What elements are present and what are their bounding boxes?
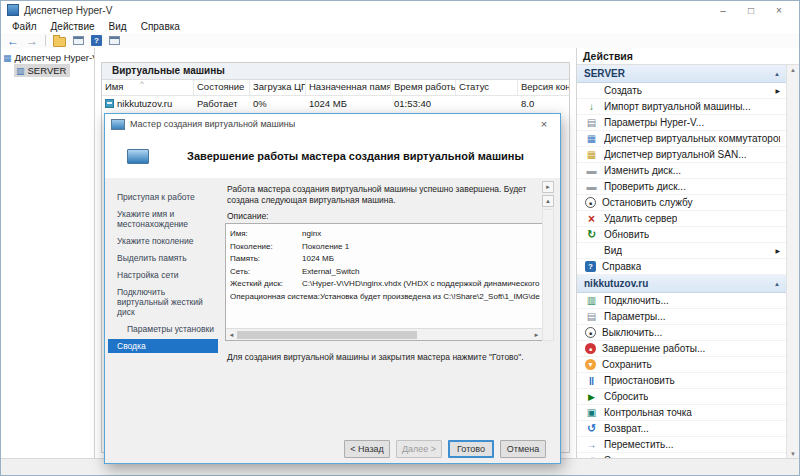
column-header[interactable]: Время работы [391, 80, 456, 95]
minimize-button[interactable]: – [709, 5, 737, 16]
cancel-button[interactable]: Отмена [500, 440, 546, 458]
actions-scrollbar[interactable] [786, 65, 799, 459]
summary-rows: Имя:nginxПоколение:Поколение 1Память:102… [226, 224, 542, 303]
action-item[interactable]: Параметры... [577, 309, 787, 325]
wizard-nav-item[interactable]: Выделить память [108, 251, 218, 265]
action-item[interactable]: Приостановить [577, 373, 787, 389]
window-title: Диспетчер Hyper-V [24, 5, 112, 16]
back-icon[interactable] [7, 34, 19, 48]
summary-label: Сеть: [230, 266, 302, 279]
menu-item[interactable]: Файл [5, 21, 44, 32]
maximize-button[interactable]: □ [737, 5, 765, 16]
edit-disk-icon [585, 164, 598, 177]
summary-value: C:\Hyper-V\VHD\nginx.vhdx (VHDX с поддер… [302, 279, 540, 288]
action-item-label: Создать [604, 85, 642, 96]
column-header[interactable]: Состояние [194, 80, 250, 95]
action-item[interactable]: Изменить диск... [577, 163, 787, 179]
scroll-up-icon[interactable] [542, 195, 554, 207]
titlebar: Диспетчер Hyper-V – □ × [1, 1, 799, 19]
forward-icon[interactable] [26, 34, 38, 48]
action-item[interactable]: Справка [577, 259, 787, 275]
action-item[interactable]: Возврат... [577, 421, 787, 437]
summary-box: Имя:nginxПоколение:Поколение 1Память:102… [225, 223, 543, 341]
toolbar [1, 33, 799, 49]
wizard-nav-item[interactable]: Укажите поколение [108, 234, 218, 248]
scroll-down-icon[interactable] [787, 451, 799, 457]
finish-button[interactable]: Готово [448, 440, 494, 458]
folder-icon[interactable] [53, 37, 66, 47]
action-item[interactable]: Подключить... [577, 293, 787, 309]
actions-section-header[interactable]: SERVER [577, 65, 787, 83]
action-item[interactable]: Переместить... [577, 437, 787, 453]
stop-service-icon [585, 197, 596, 208]
vm-cell-cpu: 0% [250, 98, 306, 109]
action-item-label: Диспетчер виртуальной SAN... [604, 149, 746, 160]
app-icon [7, 4, 19, 16]
action-item[interactable]: Проверить диск... [577, 179, 787, 195]
action-item-label: Справка [602, 261, 641, 272]
vertical-scrollbar[interactable] [542, 209, 554, 341]
scrollbar-thumb[interactable] [237, 331, 417, 339]
action-item[interactable]: Сохранить [577, 357, 787, 373]
tree-item-root[interactable]: Диспетчер Hyper-V [1, 51, 94, 64]
close-button[interactable]: × [765, 5, 793, 16]
expand-icon[interactable] [542, 181, 554, 193]
vm-cell-version: 8.0 [518, 98, 570, 109]
action-item[interactable]: Остановить службу [577, 195, 787, 211]
wizard-nav-item[interactable]: Параметры установки [108, 322, 218, 336]
console-window-icon[interactable] [109, 36, 120, 45]
scroll-left-icon[interactable] [226, 332, 237, 338]
action-item[interactable]: Импорт виртуальной машины... [577, 99, 787, 115]
virtual-san-manager-icon [585, 148, 598, 161]
action-item[interactable]: Диспетчер виртуальной SAN... [577, 147, 787, 163]
hyperv-manager-icon [3, 53, 12, 63]
vm-icon [105, 99, 114, 108]
column-header[interactable]: Версия конф... [518, 80, 570, 95]
wizard-close-button[interactable]: × [530, 118, 558, 130]
action-item[interactable]: Диспетчер виртуальных коммутаторов... [577, 131, 787, 147]
action-item[interactable]: Параметры Hyper-V... [577, 115, 787, 131]
help-icon[interactable] [91, 35, 102, 46]
wizard-nav-item[interactable]: Настройка сети [108, 268, 218, 282]
console-window-icon[interactable] [73, 36, 84, 45]
action-item[interactable]: Удалить сервер [577, 211, 787, 227]
tree-server-label: SERVER [28, 65, 67, 76]
actions-section-header[interactable]: nikkutuzov.ru [577, 275, 787, 293]
action-item[interactable]: Контрольная точка [577, 405, 787, 421]
move-icon [585, 438, 598, 451]
action-item[interactable]: Вид [577, 243, 787, 259]
action-item[interactable]: Обновить [577, 227, 787, 243]
action-item[interactable]: Сбросить [577, 389, 787, 405]
menu-item[interactable]: Действие [44, 21, 102, 32]
column-header[interactable]: Статус [456, 80, 518, 95]
summary-horizontal-scrollbar[interactable] [226, 328, 542, 340]
action-item[interactable]: Выключить... [577, 325, 787, 341]
back-button[interactable]: < Назад [344, 440, 390, 458]
new-vm-wizard-dialog: Мастер создания виртуальной машины × Зав… [104, 113, 561, 464]
column-header[interactable]: Назначенная память [306, 80, 391, 95]
table-row[interactable]: nikkutuzov.ruРаботает0%1024 МБ01:53:408.… [102, 96, 569, 110]
summary-row: Операционная система:Установка будет про… [230, 291, 540, 304]
collapse-icon[interactable] [774, 281, 780, 287]
section-title: nikkutuzov.ru [584, 278, 648, 289]
wizard-nav-item[interactable]: Подключить виртуальный жесткий диск [108, 285, 218, 319]
vm-cell-uptime: 01:53:40 [391, 98, 456, 109]
menu-item[interactable]: Справка [134, 21, 187, 32]
column-header[interactable]: Имя [102, 80, 194, 95]
tree-item-server[interactable]: SERVER [14, 64, 70, 77]
scroll-right-icon[interactable] [531, 332, 542, 338]
wizard-nav-item[interactable]: Сводка [108, 339, 218, 353]
action-item-label: Сбросить [604, 391, 648, 402]
action-item[interactable]: Завершение работы... [577, 341, 787, 357]
scroll-up-icon[interactable] [787, 67, 799, 73]
action-item-label: Проверить диск... [604, 181, 686, 192]
action-item-label: Параметры... [604, 311, 666, 322]
action-item[interactable]: Создать [577, 83, 787, 99]
wizard-nav-item[interactable]: Укажите имя и местонахождение [108, 207, 218, 231]
menu-item[interactable]: Вид [102, 21, 134, 32]
collapse-icon[interactable] [774, 71, 780, 77]
wizard-nav-item[interactable]: Приступая к работе [108, 190, 218, 204]
action-item-label: Диспетчер виртуальных коммутаторов... [604, 133, 780, 144]
wizard-title: Мастер создания виртуальной машины [130, 119, 295, 129]
column-header[interactable]: Загрузка ЦП [250, 80, 306, 95]
